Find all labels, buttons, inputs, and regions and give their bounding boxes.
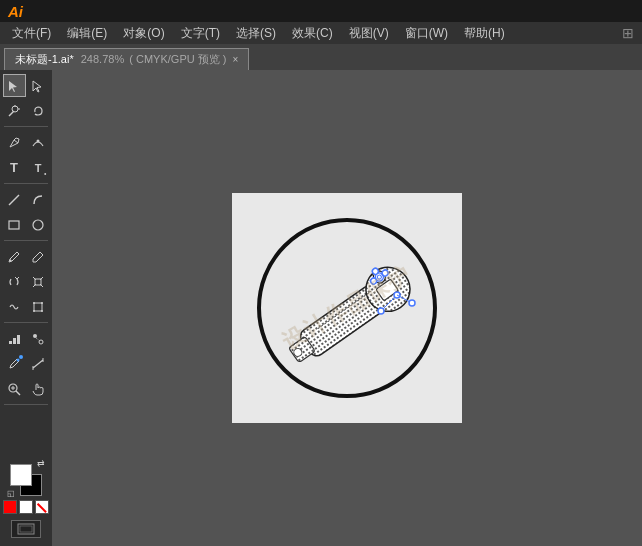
touch-type-tool[interactable]: T • — [27, 156, 50, 179]
tool-divider-3 — [4, 240, 48, 241]
measure-tool[interactable] — [27, 352, 50, 375]
artboard: 设计作品保护 — [232, 193, 462, 423]
swap-colors-icon[interactable]: ⇄ — [37, 458, 45, 468]
magic-wand-tool[interactable] — [3, 99, 26, 122]
svg-rect-8 — [9, 221, 19, 229]
type-tools-row: T • — [3, 156, 50, 179]
shape-tools-row — [3, 213, 50, 236]
svg-rect-16 — [34, 303, 42, 311]
shaper-tool[interactable] — [27, 245, 50, 268]
selection-tool[interactable] — [3, 74, 26, 97]
chart-tool[interactable] — [3, 327, 26, 350]
rect-tool[interactable] — [3, 213, 26, 236]
screen-mode-btn[interactable] — [11, 520, 41, 538]
tool-divider-1 — [4, 126, 48, 127]
svg-point-53 — [378, 308, 384, 314]
fill-color-box[interactable] — [10, 464, 32, 486]
reset-colors-icon[interactable]: ◱ — [7, 489, 15, 498]
svg-line-7 — [9, 195, 19, 205]
svg-point-20 — [41, 310, 43, 312]
menu-object[interactable]: 对象(O) — [115, 23, 172, 44]
svg-point-56 — [409, 300, 415, 306]
menu-bar: 文件(F) 编辑(E) 对象(O) 文字(T) 选择(S) 效果(C) 视图(V… — [0, 22, 642, 44]
svg-point-24 — [33, 334, 37, 338]
svg-rect-36 — [20, 526, 32, 532]
svg-line-10 — [40, 252, 43, 255]
menu-file[interactable]: 文件(F) — [4, 23, 59, 44]
tab-bar: 未标题-1.ai* 248.78% ( CMYK/GPU 预览 ) × — [0, 44, 642, 70]
svg-point-6 — [37, 139, 40, 142]
eyedropper-tool[interactable] — [3, 352, 26, 375]
free-transform-tool[interactable] — [27, 295, 50, 318]
menu-effect[interactable]: 效果(C) — [284, 23, 341, 44]
line-tools-row — [3, 188, 50, 211]
blend-tool[interactable] — [27, 327, 50, 350]
curvature-tool[interactable] — [27, 131, 50, 154]
type-icon — [10, 160, 18, 175]
color-section: ⇄ ◱ — [3, 460, 49, 542]
arc-tool[interactable] — [27, 188, 50, 211]
zoom-tools-row — [3, 377, 50, 400]
selection-tools-row — [3, 74, 50, 97]
menu-help[interactable]: 帮助(H) — [456, 23, 513, 44]
svg-rect-22 — [13, 338, 16, 344]
menu-text[interactable]: 文字(T) — [173, 23, 228, 44]
brush-tools-row — [3, 245, 50, 268]
drawing-canvas[interactable] — [242, 203, 452, 413]
zoom-tool[interactable] — [3, 377, 26, 400]
svg-rect-23 — [17, 335, 20, 344]
workspace-switcher-icon[interactable]: ⊞ — [622, 25, 634, 41]
svg-rect-21 — [9, 341, 12, 344]
svg-line-32 — [16, 391, 20, 395]
svg-point-9 — [33, 220, 43, 230]
svg-point-18 — [41, 302, 43, 304]
touch-indicator: • — [44, 170, 46, 177]
svg-line-26 — [36, 338, 40, 341]
svg-point-19 — [33, 310, 35, 312]
tool-divider-5 — [4, 404, 48, 405]
direct-selection-tool[interactable] — [27, 74, 50, 97]
menu-edit[interactable]: 编辑(E) — [59, 23, 115, 44]
canvas-area[interactable]: 设计作品保护 — [52, 70, 642, 546]
svg-point-17 — [33, 302, 35, 304]
left-toolbar: T • — [0, 70, 52, 546]
paintbrush-tool[interactable] — [3, 245, 26, 268]
hand-tool[interactable] — [27, 377, 50, 400]
main-layout: T • — [0, 70, 642, 546]
menu-select[interactable]: 选择(S) — [228, 23, 284, 44]
svg-marker-0 — [9, 81, 17, 92]
title-bar: Ai — [0, 0, 642, 22]
rotate-tool[interactable] — [3, 270, 26, 293]
pen-tool[interactable] — [3, 131, 26, 154]
warp-tools-row — [3, 295, 50, 318]
menu-view[interactable]: 视图(V) — [341, 23, 397, 44]
color-boxes: ⇄ ◱ — [7, 460, 45, 498]
tool-divider-2 — [4, 183, 48, 184]
gradient-mode-btn[interactable] — [19, 500, 33, 514]
wand-lasso-row — [3, 99, 50, 122]
screen-mode-section — [11, 520, 41, 538]
color-mode-btn[interactable] — [3, 500, 17, 514]
transform-tools-row — [3, 270, 50, 293]
none-mode-btn[interactable] — [35, 500, 49, 514]
tab-label: 未标题-1.ai* 248.78% ( CMYK/GPU 预览 ) — [15, 52, 226, 67]
pen-tools-row — [3, 131, 50, 154]
line-tool[interactable] — [3, 188, 26, 211]
svg-marker-1 — [33, 81, 41, 92]
app-logo: Ai — [8, 3, 23, 20]
color-mode-row — [3, 500, 49, 514]
scale-tool[interactable] — [27, 270, 50, 293]
type-tool[interactable] — [3, 156, 26, 179]
ellipse-tool[interactable] — [27, 213, 50, 236]
menu-window[interactable]: 窗口(W) — [397, 23, 456, 44]
measure-tools-row — [3, 352, 50, 375]
document-tab[interactable]: 未标题-1.ai* 248.78% ( CMYK/GPU 预览 ) × — [4, 48, 249, 70]
warp-tool[interactable] — [3, 295, 26, 318]
tool-divider-4 — [4, 322, 48, 323]
touch-type-icon: T — [35, 162, 42, 174]
lasso-tool[interactable] — [27, 99, 50, 122]
tab-close-button[interactable]: × — [232, 54, 238, 65]
svg-line-28 — [33, 360, 43, 368]
blend-tools-row — [3, 327, 50, 350]
